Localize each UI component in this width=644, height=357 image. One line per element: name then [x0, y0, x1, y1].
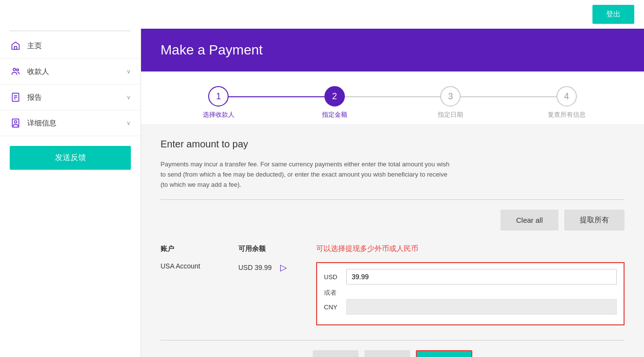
bottom-action-row: 后退 取消 继续 — [161, 350, 625, 357]
col-header-action: 可以选择提现多少外币或人民币 — [316, 240, 625, 257]
usd-input-row: USD — [324, 269, 617, 285]
sidebar: 主页 收款人 ∨ — [0, 29, 141, 357]
svg-point-8 — [15, 121, 17, 123]
content-area: Make a Payment 1 选择收款人 2 指定金额 — [141, 29, 644, 357]
sidebar-item-label-home: 主页 — [27, 41, 131, 51]
arrow-right-icon: ▷ — [280, 262, 287, 273]
cny-label: CNY — [324, 303, 341, 311]
sidebar-item-label-reports: 报告 — [27, 93, 126, 102]
form-area: Enter amount to pay Payments may incur a… — [141, 124, 644, 357]
sidebar-item-reports[interactable]: 报告 ∨ — [0, 85, 141, 110]
account-balance: USD 39.99 — [238, 264, 271, 271]
step-connector-1 — [218, 96, 335, 97]
step-circle-2: 2 — [324, 86, 345, 107]
step-label-3: 指定日期 — [438, 110, 463, 119]
svg-rect-0 — [15, 47, 17, 50]
step-label-1: 选择收款人 — [203, 110, 234, 119]
back-button[interactable]: 后退 — [313, 350, 358, 357]
step-label-4: 复查所有信息 — [548, 110, 586, 119]
step-label-2: 指定金额 — [322, 110, 347, 119]
cny-input[interactable] — [346, 299, 617, 315]
step-connector-3 — [450, 96, 567, 97]
or-label: 或者 — [324, 288, 617, 297]
sidebar-divider — [10, 31, 131, 31]
hint-text: 可以选择提现多少外币或人民币 — [316, 244, 418, 252]
step-circle-3: 3 — [440, 86, 461, 107]
col-header-balance: 可用余额 — [238, 240, 316, 257]
col-header-account: 账户 — [161, 240, 238, 257]
account-balance-cell: USD 39.99 ▷ — [238, 257, 316, 330]
sidebar-item-recipients[interactable]: 收款人 ∨ — [0, 59, 141, 85]
step-3: 3 指定日期 — [393, 86, 509, 119]
form-description: Payments may incur a transfer fee. For s… — [161, 160, 452, 190]
page-title: Make a Payment — [161, 42, 263, 57]
step-4: 4 复查所有信息 — [509, 86, 625, 119]
step-connector-2 — [335, 96, 451, 97]
home-icon — [10, 40, 21, 52]
sidebar-item-label-details: 详细信息 — [27, 119, 126, 128]
form-divider-top — [161, 199, 625, 200]
people-icon — [10, 66, 21, 77]
currency-input-group: USD 或者 CNY — [316, 262, 625, 325]
step-circle-1: 1 — [208, 86, 229, 107]
person-icon — [10, 117, 21, 129]
step-2: 2 指定金额 — [277, 86, 393, 119]
top-bar: 登出 — [0, 0, 644, 29]
document-icon — [10, 91, 21, 103]
chevron-down-icon-reports: ∨ — [126, 94, 131, 101]
svg-point-2 — [17, 69, 18, 71]
page-header: Make a Payment — [141, 29, 644, 71]
action-row: Clear all 提取所有 — [161, 210, 625, 231]
logout-button[interactable]: 登出 — [592, 5, 634, 24]
table-row: USA Account USD 39.99 ▷ — [161, 257, 625, 330]
continue-button[interactable]: 继续 — [416, 350, 472, 357]
account-name-cell: USA Account — [161, 257, 238, 330]
chevron-down-icon-details: ∨ — [126, 120, 131, 126]
cny-input-row: CNY — [324, 299, 617, 315]
clear-all-button[interactable]: Clear all — [501, 210, 558, 231]
step-1: 1 选择收款人 — [161, 86, 277, 119]
usd-label: USD — [324, 273, 341, 281]
sidebar-item-home[interactable]: 主页 — [0, 33, 141, 59]
form-divider-bottom — [161, 340, 625, 340]
account-name: USA Account — [161, 262, 200, 270]
sidebar-item-label-recipients: 收款人 — [27, 67, 126, 76]
stepper: 1 选择收款人 2 指定金额 3 指定日期 — [141, 71, 644, 124]
amount-input-cell: USD 或者 CNY — [316, 257, 625, 330]
usd-input[interactable] — [346, 269, 617, 285]
svg-point-1 — [13, 68, 16, 71]
account-table: 账户 可用余额 可以选择提现多少外币或人民币 USA Account — [161, 240, 625, 330]
form-title: Enter amount to pay — [161, 139, 625, 150]
main-layout: 主页 收款人 ∨ — [0, 29, 644, 357]
sidebar-item-details[interactable]: 详细信息 ∨ — [0, 110, 141, 136]
feedback-button[interactable]: 发送反馈 — [10, 146, 131, 170]
chevron-down-icon: ∨ — [126, 68, 131, 75]
step-circle-4: 4 — [556, 86, 577, 107]
extract-all-button[interactable]: 提取所有 — [564, 210, 625, 231]
cancel-button[interactable]: 取消 — [364, 350, 410, 357]
